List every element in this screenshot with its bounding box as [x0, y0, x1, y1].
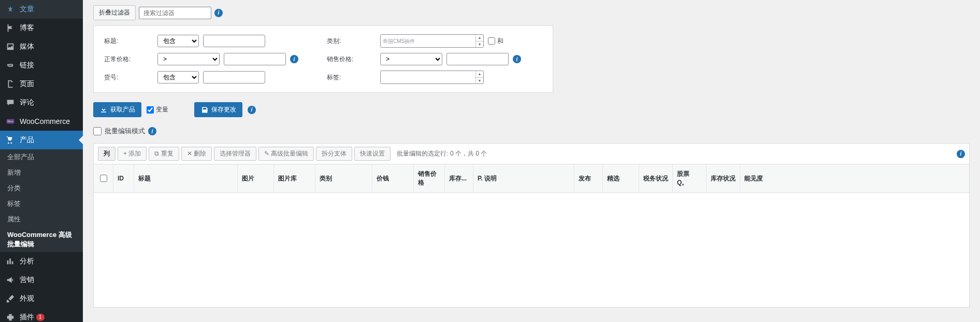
- info-icon[interactable]: i: [148, 127, 156, 135]
- menu-label: 博客: [20, 23, 34, 33]
- split-variants-button[interactable]: 拆分支体: [316, 147, 352, 161]
- sale-price-label: 销售价格:: [327, 55, 376, 64]
- brush-icon: [5, 293, 16, 304]
- add-button[interactable]: + 添加: [118, 147, 147, 161]
- collapse-filters-button[interactable]: 折叠过滤器: [93, 5, 136, 20]
- th-visibility[interactable]: 能见度: [740, 164, 969, 192]
- search-filters-input[interactable]: [139, 7, 211, 19]
- category-multiselect[interactable]: 帝国CMS插件 ▲▼: [380, 34, 484, 48]
- th-stock-status[interactable]: 库存状况: [707, 164, 740, 192]
- scroll-down-icon[interactable]: ▼: [476, 78, 483, 84]
- megaphone-icon: [5, 275, 16, 285]
- info-icon[interactable]: i: [214, 9, 223, 17]
- tags-multiselect[interactable]: ▲▼: [380, 71, 484, 84]
- th-stock-q[interactable]: 股票 Q。: [673, 164, 707, 192]
- selection-status: 批量编辑的选定行: 0 个，共 0 个: [397, 149, 487, 158]
- th-id[interactable]: ID: [113, 164, 134, 192]
- update-badge: 1: [36, 314, 45, 321]
- menu-posts[interactable]: 文章: [0, 0, 83, 19]
- columns-button[interactable]: 列: [98, 147, 116, 161]
- submenu-label: WooCommerce 高级批量编辑: [7, 230, 78, 249]
- and-checkbox[interactable]: [488, 37, 495, 45]
- th-publish[interactable]: 发布: [574, 164, 603, 192]
- sale-price-op-select[interactable]: >: [380, 53, 442, 65]
- scroll-up-icon[interactable]: ▲: [476, 71, 483, 78]
- info-icon[interactable]: i: [513, 55, 521, 63]
- title-operator-select[interactable]: 包含: [157, 35, 199, 47]
- submenu-label: 全部产品: [7, 152, 34, 162]
- th-tax[interactable]: 税务状况: [639, 164, 673, 192]
- scroll-up-icon[interactable]: ▲: [476, 35, 483, 41]
- svg-text:Woo: Woo: [7, 120, 13, 123]
- th-desc[interactable]: P. 说明: [473, 164, 574, 192]
- submenu-label: 分类: [7, 184, 21, 193]
- category-filter-label: 类别:: [327, 37, 376, 46]
- select-all-checkbox[interactable]: [100, 175, 107, 182]
- menu-plugins[interactable]: 插件 1: [0, 308, 83, 322]
- admin-sidebar: 文章 博客 媒体 链接 页面 评论 Woo WooCommerce 产品: [0, 0, 83, 322]
- variations-checkbox[interactable]: [147, 106, 154, 114]
- page-icon: [5, 79, 16, 89]
- menu-products[interactable]: 产品: [0, 131, 83, 149]
- quick-settings-button[interactable]: 快速设置: [354, 147, 391, 161]
- info-icon[interactable]: i: [957, 150, 965, 158]
- title-filter-label: 标题:: [104, 37, 153, 46]
- info-icon[interactable]: i: [290, 55, 298, 63]
- menu-links[interactable]: 链接: [0, 56, 83, 75]
- th-sale-price[interactable]: 销售价格: [414, 164, 445, 192]
- scroll-down-icon[interactable]: ▼: [476, 41, 483, 48]
- get-products-button[interactable]: 获取产品: [93, 102, 141, 117]
- and-checkbox-label[interactable]: 和: [488, 37, 503, 46]
- plugin-icon: [5, 312, 16, 322]
- menu-blog[interactable]: 博客: [0, 19, 83, 37]
- submenu-categories[interactable]: 分类: [0, 180, 83, 196]
- sku-label: 货号:: [104, 73, 153, 82]
- cart-icon: [5, 135, 16, 145]
- submenu-label: 属性: [7, 215, 21, 224]
- submenu-add-new[interactable]: 新增: [0, 165, 83, 180]
- sku-input[interactable]: [203, 71, 265, 83]
- th-title[interactable]: 标题: [134, 164, 238, 192]
- info-icon[interactable]: i: [248, 106, 256, 114]
- th-image-lib[interactable]: 图片库: [274, 164, 315, 192]
- filter-top-bar: 折叠过滤器 i: [93, 5, 970, 20]
- menu-label: 外观: [20, 294, 34, 303]
- menu-comments[interactable]: 评论: [0, 93, 83, 112]
- th-price[interactable]: 价钱: [372, 164, 414, 192]
- title-filter-input[interactable]: [203, 35, 265, 47]
- select-manager-button[interactable]: 选择管理器: [214, 147, 256, 161]
- variations-label: 变量: [156, 105, 168, 114]
- link-icon: [5, 60, 16, 71]
- th-category[interactable]: 类别: [315, 164, 372, 192]
- submenu-attributes[interactable]: 属性: [0, 212, 83, 227]
- submenu-all-products[interactable]: 全部产品: [0, 149, 83, 165]
- menu-pages[interactable]: 页面: [0, 75, 83, 93]
- and-label-text: 和: [497, 37, 503, 46]
- menu-appearance[interactable]: 外观: [0, 289, 83, 308]
- regular-price-op-select[interactable]: >: [157, 53, 220, 65]
- delete-button[interactable]: ✕ 删除: [181, 147, 212, 161]
- menu-label: 页面: [20, 79, 34, 89]
- save-changes-button[interactable]: 保存更改: [194, 102, 242, 117]
- th-checkbox: [94, 164, 113, 192]
- submenu-tags[interactable]: 标签: [0, 196, 83, 212]
- sku-op-select[interactable]: 包含: [157, 71, 199, 83]
- sale-price-input[interactable]: [446, 53, 509, 65]
- th-featured[interactable]: 精选: [603, 164, 639, 192]
- save-icon: [200, 106, 209, 114]
- menu-marketing[interactable]: 营销: [0, 271, 83, 289]
- menu-woocommerce[interactable]: Woo WooCommerce: [0, 112, 83, 131]
- variations-checkbox-label[interactable]: 变量: [147, 105, 168, 114]
- bulk-mode-checkbox[interactable]: [93, 127, 102, 135]
- duplicate-button[interactable]: ⧉ 重复: [149, 147, 179, 161]
- th-stock[interactable]: 库存...: [445, 164, 473, 192]
- regular-price-input[interactable]: [224, 53, 286, 65]
- bulk-mode-label: 批量编辑模式: [105, 127, 145, 136]
- menu-analytics[interactable]: 分析: [0, 252, 83, 271]
- th-image[interactable]: 图片: [238, 164, 274, 192]
- submenu-bulk-edit[interactable]: WooCommerce 高级批量编辑: [0, 227, 83, 252]
- chart-icon: [5, 256, 16, 267]
- save-changes-label: 保存更改: [211, 105, 236, 114]
- menu-media[interactable]: 媒体: [0, 37, 83, 56]
- advanced-bulk-button[interactable]: ✎ 高级批量编辑: [258, 147, 314, 161]
